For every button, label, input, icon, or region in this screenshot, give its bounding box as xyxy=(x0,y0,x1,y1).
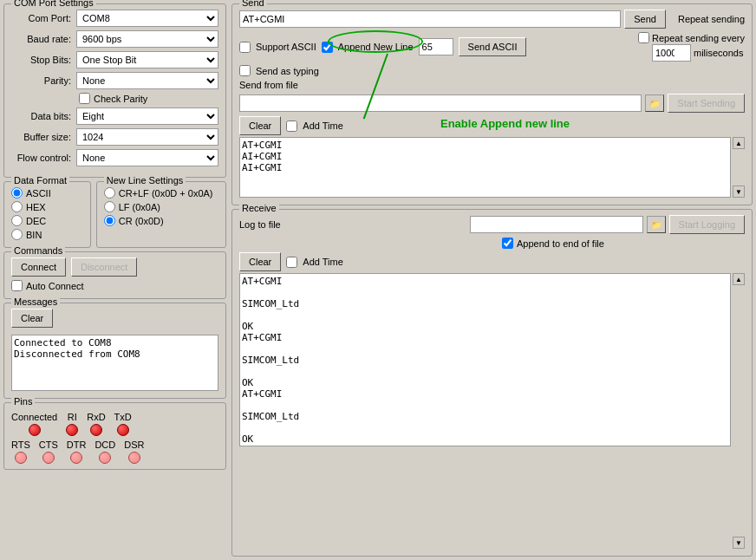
lf-label: LF (0x0A) xyxy=(119,202,160,212)
check-parity-checkbox[interactable] xyxy=(79,93,90,104)
send-button[interactable]: Send xyxy=(624,10,666,29)
dsr-pin-label: DSR xyxy=(124,440,144,450)
repeat-every-label: Repeat sending every xyxy=(652,33,745,43)
start-logging-button[interactable]: Start Logging xyxy=(669,215,745,234)
flow-control-select[interactable]: None xyxy=(76,149,218,166)
messages-clear-button[interactable]: Clear xyxy=(11,309,53,328)
com-port-settings-title: COM Port Settings xyxy=(11,0,96,8)
flow-control-label: Flow control: xyxy=(11,153,76,163)
parity-select[interactable]: None xyxy=(76,72,218,89)
connected-pin-led xyxy=(29,424,41,436)
receive-title: Receive xyxy=(239,203,279,213)
pins-title: Pins xyxy=(11,396,35,407)
receive-scroll-down[interactable]: ▼ xyxy=(733,537,745,549)
send-input[interactable] xyxy=(239,10,621,28)
com-port-label: Com Port: xyxy=(11,13,76,23)
data-bits-label: Data bits: xyxy=(11,111,76,121)
send-file-input[interactable] xyxy=(239,94,642,112)
messages-content: Connected to COM8Disconnected from COM8 xyxy=(11,335,218,391)
send-as-typing-label: Send as typing xyxy=(256,66,319,76)
crlf-label: CR+LF (0x0D + 0x0A) xyxy=(119,188,213,199)
send-clear-button[interactable]: Clear xyxy=(239,116,281,135)
repeat-every-checkbox[interactable] xyxy=(638,32,649,43)
add-time-checkbox[interactable] xyxy=(286,120,297,132)
dtr-pin-label: DTR xyxy=(67,440,87,450)
rts-pin-led xyxy=(15,452,27,464)
crlf-radio[interactable] xyxy=(104,187,115,199)
hex-label: HEX xyxy=(26,202,46,212)
cr-radio[interactable] xyxy=(104,215,115,226)
ascii-radio[interactable] xyxy=(11,187,23,199)
buffer-size-select[interactable]: 1024 xyxy=(76,128,218,146)
baud-rate-select[interactable]: 9600 bps xyxy=(76,30,218,48)
lf-radio[interactable] xyxy=(104,201,115,212)
support-ascii-label: Support ASCII xyxy=(256,42,316,52)
check-parity-label: Check Parity xyxy=(94,94,147,104)
ri-pin-label: RI xyxy=(68,412,77,422)
repeat-ms-input[interactable] xyxy=(652,44,691,62)
stop-bits-label: Stop Bits: xyxy=(11,55,76,65)
send-as-typing-checkbox[interactable] xyxy=(239,65,251,76)
rxd-pin-led xyxy=(90,424,102,436)
rts-pin-label: RTS xyxy=(11,440,30,450)
receive-textarea[interactable]: AT+CGMI SIMCOM_Ltd OK AT+CGMI SIMCOM_Ltd… xyxy=(239,273,731,446)
log-browse-button[interactable]: 📁 xyxy=(647,216,666,233)
connected-pin-label: Connected xyxy=(11,412,57,422)
append-newline-checkbox[interactable] xyxy=(322,42,333,53)
send-title: Send xyxy=(239,0,267,8)
send-scroll-up[interactable]: ▲ xyxy=(733,137,745,149)
log-to-file-label: Log to file xyxy=(239,219,281,230)
send-browse-button[interactable]: 📁 xyxy=(645,94,664,112)
receive-add-time-label: Add Time xyxy=(303,257,342,267)
dec-label: DEC xyxy=(26,216,46,226)
ascii-label: ASCII xyxy=(26,188,51,199)
stop-bits-select[interactable]: One Stop Bit xyxy=(76,51,218,68)
send-browse-icon: 📁 xyxy=(649,99,660,108)
hex-radio[interactable] xyxy=(11,201,23,212)
data-bits-select[interactable]: Eight xyxy=(76,107,218,125)
receive-scroll-up[interactable]: ▲ xyxy=(733,273,745,285)
dcd-pin-led xyxy=(99,452,111,464)
parity-label: Parity: xyxy=(11,75,76,86)
send-ascii-button[interactable]: Send ASCII xyxy=(459,37,527,56)
repeat-sending-label: Repeat sending xyxy=(678,14,745,24)
add-time-label: Add Time xyxy=(303,120,342,131)
rxd-pin-label: RxD xyxy=(87,412,105,422)
send-from-file-label: Send from file xyxy=(239,80,298,90)
repeat-ms-label: miliseconds xyxy=(694,48,743,58)
cts-pin-led xyxy=(42,452,55,464)
disconnect-button[interactable]: Disconnect xyxy=(71,257,137,277)
txd-pin-label: TxD xyxy=(114,412,132,422)
txd-pin-led xyxy=(117,424,129,436)
buffer-size-label: Buffer size: xyxy=(11,132,76,142)
support-ascii-checkbox[interactable] xyxy=(239,42,251,53)
append-newline-label: Append New Line xyxy=(338,42,414,52)
start-sending-button[interactable]: Start Sending xyxy=(668,94,745,113)
receive-clear-button[interactable]: Clear xyxy=(239,252,281,271)
append-to-file-checkbox[interactable] xyxy=(502,238,513,249)
send-scroll-down[interactable]: ▼ xyxy=(733,186,745,198)
receive-add-time-checkbox[interactable] xyxy=(286,257,297,268)
commands-title: Commands xyxy=(11,245,65,256)
bin-radio[interactable] xyxy=(11,229,23,240)
auto-connect-label: Auto Connect xyxy=(26,281,84,291)
ri-pin-led xyxy=(66,424,78,436)
data-format-title: Data Format xyxy=(11,175,69,186)
log-browse-icon: 📁 xyxy=(651,220,662,230)
com-port-select[interactable]: COM8 xyxy=(76,10,218,27)
dtr-pin-led xyxy=(70,452,82,464)
dcd-pin-label: DCD xyxy=(94,440,115,450)
dec-radio[interactable] xyxy=(11,215,23,226)
ascii-value-input[interactable] xyxy=(419,38,453,55)
send-textarea[interactable]: AT+CGMI AI+CGMI AI+CGMI xyxy=(239,137,731,198)
newline-settings-title: New Line Settings xyxy=(104,175,186,186)
cts-pin-label: CTS xyxy=(39,440,58,450)
append-to-file-label: Append to end of file xyxy=(517,238,604,249)
log-file-input[interactable] xyxy=(470,216,643,233)
dsr-pin-led xyxy=(128,452,140,464)
baud-rate-label: Baud rate: xyxy=(11,34,76,44)
bin-label: BIN xyxy=(26,230,42,240)
cr-label: CR (0x0D) xyxy=(119,216,164,226)
connect-button[interactable]: Connect xyxy=(11,257,66,277)
auto-connect-checkbox[interactable] xyxy=(11,280,23,291)
